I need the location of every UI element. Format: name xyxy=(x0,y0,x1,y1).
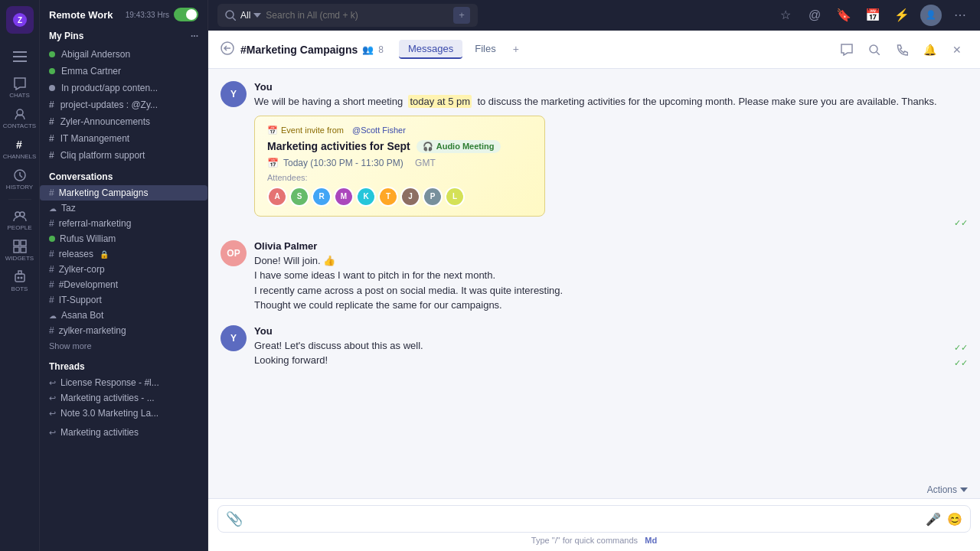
pin-project-updates-name: project-updates : @Zy... xyxy=(60,99,158,110)
svg-point-17 xyxy=(226,11,234,18)
tab-messages[interactable]: Messages xyxy=(399,40,462,59)
message-group-2: OP Olivia Palmer Done! Will join. 👍 I ha… xyxy=(220,240,968,313)
contacts-nav-label: CONTACTS xyxy=(3,122,36,129)
sidebar-item-development[interactable]: # #Development xyxy=(40,277,207,292)
channel-rufus-name: Rufus William xyxy=(60,233,116,244)
audio-badge-text: Audio Meeting xyxy=(436,142,495,151)
widgets-nav-icon[interactable]: WIDGETS xyxy=(6,236,34,264)
channel-releases-name: releases xyxy=(59,249,93,259)
msg-text-olivia-1: Done! Will join. 👍 xyxy=(254,253,968,269)
channel-it-support-name: IT-Support xyxy=(59,295,102,305)
event-title: Marketing activities for Sept 🎧 Audio Me… xyxy=(267,140,532,153)
sidebar-item-it-support[interactable]: # IT-Support xyxy=(40,292,207,308)
pin-it-management[interactable]: # IT Manangement xyxy=(40,130,207,147)
actions-label: Actions xyxy=(927,484,957,495)
markdown-hint: Md xyxy=(645,536,657,545)
thread-note30[interactable]: ↩ Note 3.0 Marketing La... xyxy=(40,406,207,421)
channel-asana-name: Asana Bot xyxy=(61,310,103,321)
channel-zylker-corp-name: Zylker-corp xyxy=(59,264,105,275)
pin-product[interactable]: In product/app conten... xyxy=(40,80,207,96)
pin-product-name: In product/app conten... xyxy=(61,83,158,93)
search-input[interactable] xyxy=(266,10,449,21)
channels-nav-icon[interactable]: # CHANNELS xyxy=(6,135,34,162)
msg-content-3: You Great! Let's discuss about this as w… xyxy=(254,325,968,368)
people-nav-label: PEOPLE xyxy=(7,224,31,231)
search-add-button[interactable]: + xyxy=(453,7,470,24)
message-group-3: Y You Great! Let's discuss about this as… xyxy=(220,325,968,368)
svg-rect-11 xyxy=(21,240,26,246)
close-action-icon[interactable]: ✕ xyxy=(946,39,968,60)
attendees-label: Attendees: xyxy=(267,173,532,182)
attendee-7: J xyxy=(400,187,420,207)
emoji-icon[interactable]: 😊 xyxy=(947,512,962,527)
marketing-activities-item[interactable]: ↩ Marketing activities xyxy=(40,421,207,440)
svg-text:Z: Z xyxy=(17,16,21,24)
lightning-icon[interactable]: ⚡ xyxy=(891,5,913,26)
hash-icon-2: # xyxy=(49,116,54,127)
pin-project-updates[interactable]: # project-updates : @Zy... xyxy=(40,96,207,113)
contacts-nav-icon[interactable]: CONTACTS xyxy=(6,104,34,132)
member-count-label: 8 xyxy=(378,44,384,55)
msg-author-you-2: You xyxy=(254,325,273,337)
people-nav-icon[interactable]: PEOPLE xyxy=(6,206,34,233)
chat-action-icon[interactable] xyxy=(836,39,858,60)
show-more-button[interactable]: Show more xyxy=(40,338,207,354)
svg-point-16 xyxy=(20,276,22,279)
pin-cliq-support-name: Cliq platform support xyxy=(60,150,145,161)
grid-icon[interactable]: ⋯ xyxy=(949,5,971,26)
event-timezone: GMT xyxy=(415,158,436,168)
thread-marketing-activities[interactable]: ↩ Marketing activities - ... xyxy=(40,390,207,406)
sidebar-item-marketing-campaigns[interactable]: # Marketing Campaigns xyxy=(40,185,207,201)
pin-emma[interactable]: Emma Cartner xyxy=(40,63,207,80)
user-avatar[interactable]: 👤 xyxy=(920,5,942,26)
workspace-name: Remote Work xyxy=(49,9,113,21)
sidebar-item-releases[interactable]: # releases 🔒 xyxy=(40,246,207,262)
bots-nav-icon[interactable]: BOTS xyxy=(6,267,34,295)
sidebar-item-asana-bot[interactable]: ☁ Asana Bot xyxy=(40,308,207,323)
bell-action-icon[interactable]: 🔔 xyxy=(919,39,940,60)
back-icon[interactable] xyxy=(220,41,234,58)
search-action-icon[interactable] xyxy=(864,39,885,60)
pin-abigail[interactable]: Abigail Anderson xyxy=(40,46,207,63)
attendee-9: L xyxy=(445,187,465,207)
channel-header: #Marketing Campaigns 👥 8 Messages Files … xyxy=(208,31,980,69)
chats-nav-icon[interactable]: CHATS xyxy=(6,73,34,101)
thread-license-response[interactable]: ↩ License Response - #l... xyxy=(40,375,207,390)
bookmark-icon[interactable]: 🔖 xyxy=(833,5,854,26)
calendar-icon[interactable]: 📅 xyxy=(862,5,884,26)
sidebar-item-referral-marketing[interactable]: # referral-marketing xyxy=(40,216,207,231)
my-pins-more[interactable]: ··· xyxy=(191,31,198,41)
phone-action-icon[interactable] xyxy=(891,39,913,60)
svg-point-9 xyxy=(20,212,24,217)
menu-icon[interactable] xyxy=(6,43,34,70)
status-toggle[interactable] xyxy=(174,8,198,21)
hash-icon-8: # xyxy=(49,264,54,275)
sidebar-item-taz[interactable]: ☁ Taz xyxy=(40,201,207,216)
pin-zyler-announcements[interactable]: # Zyler-Announcements xyxy=(40,113,207,130)
attach-icon[interactable]: 📎 xyxy=(226,510,243,527)
actions-bar: Actions xyxy=(208,481,980,498)
sidebar-item-zylker-marketing[interactable]: # zylker-marketing xyxy=(40,323,207,338)
voice-icon[interactable]: 🎤 xyxy=(926,512,941,527)
sidebar-item-rufus[interactable]: Rufus William xyxy=(40,231,207,246)
mention-icon[interactable]: @ xyxy=(804,5,825,26)
attendees-list: A S R M K T J P L xyxy=(267,187,532,207)
msg-text-olivia-2: I have some ideas I want to pitch in for… xyxy=(254,268,968,283)
attendee-5: K xyxy=(356,187,376,207)
pin-it-management-name: IT Manangement xyxy=(60,133,130,144)
history-nav-label: HISTORY xyxy=(6,184,33,191)
sidebar-item-zylker-corp[interactable]: # Zylker-corp xyxy=(40,262,207,277)
tab-files[interactable]: Files xyxy=(466,40,505,59)
history-nav-icon[interactable]: HISTORY xyxy=(6,165,34,193)
channel-taz-name: Taz xyxy=(61,203,76,214)
search-scope[interactable]: All xyxy=(240,10,261,21)
star-icon[interactable]: ☆ xyxy=(775,5,796,26)
actions-button[interactable]: Actions xyxy=(927,484,968,495)
pin-cliq-support[interactable]: # Cliq platform support xyxy=(40,147,207,164)
online-dot-emma xyxy=(49,68,55,74)
thread-icon-2: ↩ xyxy=(49,393,56,403)
message-input[interactable] xyxy=(249,514,920,525)
thread-note30-name: Note 3.0 Marketing La... xyxy=(60,408,158,419)
tab-add-button[interactable]: + xyxy=(508,40,524,59)
msg-text-you-1: Great! Let's discuss about this as well. xyxy=(254,338,423,354)
